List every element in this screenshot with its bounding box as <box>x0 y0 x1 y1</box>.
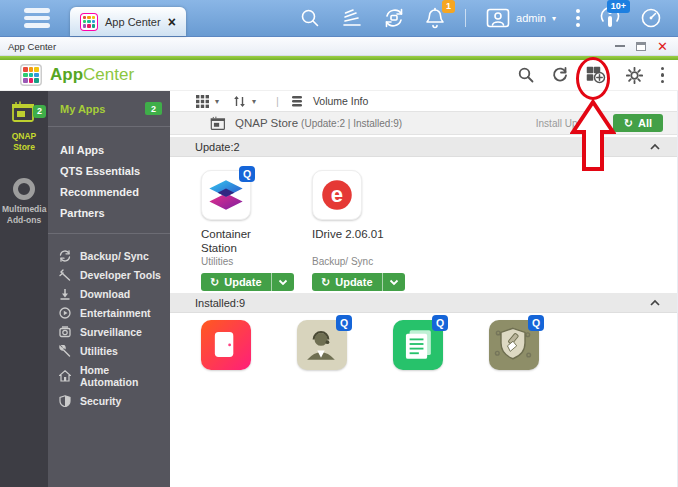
install-manually-icon[interactable] <box>586 66 608 84</box>
desktop-top-bar: App Center × 1 admin ▾ 10+ <box>0 0 678 36</box>
app-category: Backup/ Sync <box>312 256 413 268</box>
update-section-label: Update:2 <box>195 141 240 153</box>
sidebar-item-qts-essentials[interactable]: QTS Essentials <box>48 160 170 181</box>
settings-gear-icon[interactable] <box>626 67 643 84</box>
update-options-caret-icon[interactable] <box>382 273 405 291</box>
sidebar-item-home-automation[interactable]: Home Automation <box>48 360 170 391</box>
notes-app-icon[interactable]: Q <box>393 320 443 370</box>
qnap-q-badge: Q <box>336 315 352 331</box>
rail-item-qnap-store[interactable]: 2 QNAP Store <box>0 101 48 152</box>
more-menu-icon[interactable] <box>661 67 665 84</box>
sidebar-item-entertainment[interactable]: Entertainment <box>48 303 170 322</box>
multimedia-addons-icon <box>13 178 35 200</box>
entertainment-icon <box>59 307 71 319</box>
window-title: App Center <box>8 41 56 52</box>
backup-sync-icon <box>59 250 71 262</box>
sidebar-item-utilities[interactable]: Utilities <box>48 341 170 360</box>
installed-section-label: Installed:9 <box>195 297 245 309</box>
toolbar-separator <box>465 9 466 27</box>
sidebar-item-my-apps[interactable]: My Apps 2 <box>48 91 170 126</box>
notification-badge: 1 <box>442 0 455 13</box>
app-card-idrive[interactable]: e IDrive 2.06.01 Backup/ Sync ↻Update <box>312 170 413 291</box>
rail-multimedia-label: Multimedia Add-ons <box>2 204 46 225</box>
qnap-q-badge: Q <box>432 315 448 331</box>
idrive-icon: e <box>312 170 362 220</box>
tab-close-icon[interactable]: × <box>168 15 176 29</box>
section-update[interactable]: Update:2 <box>170 137 677 157</box>
store-update-badge: 2 <box>33 105 46 118</box>
toolbar-separator: | <box>276 95 279 107</box>
collapse-chevron-icon[interactable] <box>649 299 661 307</box>
sort-icon[interactable] <box>233 95 246 108</box>
store-header-bar: QNAP Store (Update:2 | Installed:9) Inst… <box>170 111 677 135</box>
sidebar-item-all-apps[interactable]: All Apps <box>48 139 170 160</box>
user-menu[interactable]: admin ▾ <box>486 8 556 28</box>
refresh-icon: ↻ <box>624 118 633 129</box>
my-apps-label: My Apps <box>60 103 105 115</box>
container-station-icon: Q <box>201 170 251 220</box>
app-name: Container Station <box>201 227 285 255</box>
update-all-button[interactable]: ↻ All <box>613 114 663 132</box>
my-apps-badge: 2 <box>145 102 162 115</box>
volume-info-button[interactable]: Volume Info <box>313 95 368 107</box>
app-card-container-station[interactable]: Q Container Station Utilities ↻Update <box>201 170 302 291</box>
install-updates-label: Install Updates: <box>536 118 605 129</box>
update-options-caret-icon[interactable] <box>271 273 294 291</box>
app-category: Utilities <box>201 256 302 268</box>
main-menu-icon[interactable] <box>24 8 50 28</box>
sidebar-item-surveillance[interactable]: Surveillance <box>48 322 170 341</box>
sidebar: My Apps 2 All Apps QTS Essentials Recomm… <box>48 91 170 487</box>
app-center-tab-icon <box>80 13 98 31</box>
store-title: QNAP Store <box>235 117 298 129</box>
sidebar-item-backup-sync[interactable]: Backup/ Sync <box>48 246 170 265</box>
window-titlebar: App Center ✕ <box>0 36 678 56</box>
search-icon[interactable] <box>299 7 321 29</box>
svg-text:e: e <box>331 182 343 207</box>
sync-status-icon[interactable] <box>383 7 405 29</box>
minimize-button[interactable] <box>615 45 625 48</box>
more-options-icon[interactable] <box>576 9 580 27</box>
search-icon[interactable] <box>518 67 534 83</box>
system-info[interactable]: 10+ <box>600 7 620 29</box>
grid-view-icon[interactable] <box>196 95 209 108</box>
background-tasks-icon[interactable] <box>341 8 363 28</box>
sidebar-item-recommended[interactable]: Recommended <box>48 181 170 202</box>
user-icon <box>486 8 510 28</box>
user-name: admin <box>516 12 546 24</box>
notifications[interactable]: 1 <box>425 7 445 29</box>
pink-door-app-icon[interactable] <box>201 320 251 370</box>
dashboard-icon[interactable] <box>640 7 662 29</box>
sidebar-item-download[interactable]: Download <box>48 284 170 303</box>
rail-item-multimedia-addons[interactable]: Multimedia Add-ons <box>2 162 46 225</box>
sort-caret-icon[interactable]: ▾ <box>252 97 256 106</box>
main-panel: ▾ ▾ | Volume Info QNAP Store (Update:2 |… <box>170 91 678 487</box>
section-installed[interactable]: Installed:9 <box>170 293 677 313</box>
volume-icon <box>291 95 303 108</box>
app-title: AppCenter <box>50 65 134 85</box>
view-caret-icon[interactable]: ▾ <box>215 97 219 106</box>
rail-store-label: QNAP Store <box>0 131 48 152</box>
malware-remover-app-icon[interactable]: Q <box>489 320 539 370</box>
app-name: IDrive 2.06.01 <box>312 227 396 255</box>
sidebar-divider <box>48 126 170 127</box>
info-badge: 10+ <box>607 0 630 13</box>
qnap-q-badge: Q <box>239 166 255 182</box>
sidebar-item-security[interactable]: Security <box>48 391 170 410</box>
store-icon <box>210 116 227 131</box>
surveillance-icon <box>59 326 71 338</box>
helpdesk-app-icon[interactable]: Q <box>297 320 347 370</box>
view-toolbar: ▾ ▾ | Volume Info <box>170 91 677 111</box>
store-rail: 2 QNAP Store Multimedia Add-ons <box>0 91 48 487</box>
refresh-icon[interactable] <box>552 67 568 83</box>
developer-tools-icon <box>59 269 71 281</box>
utilities-icon <box>59 345 71 357</box>
maximize-button[interactable] <box>636 42 646 51</box>
update-button[interactable]: ↻Update <box>201 273 294 291</box>
close-button[interactable]: ✕ <box>657 40 668 53</box>
update-button[interactable]: ↻Update <box>312 273 405 291</box>
sidebar-item-partners[interactable]: Partners <box>48 202 170 223</box>
tab-app-center[interactable]: App Center × <box>70 7 186 36</box>
sidebar-item-developer-tools[interactable]: Developer Tools <box>48 265 170 284</box>
store-counts: (Update:2 | Installed:9) <box>301 118 402 129</box>
collapse-chevron-icon[interactable] <box>649 143 661 151</box>
